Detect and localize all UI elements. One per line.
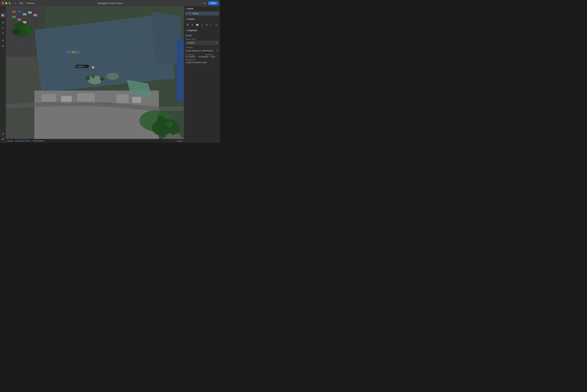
svg-text:Google: Google bbox=[66, 50, 80, 54]
powered-by-label: Powered by: bbox=[186, 59, 218, 61]
actions-chevron-icon: ▾ bbox=[186, 18, 186, 20]
svg-rect-47 bbox=[132, 97, 141, 103]
close-button[interactable] bbox=[2, 2, 4, 4]
location-label: Location bbox=[186, 46, 218, 48]
bottom-settings-button[interactable]: ⚙ bbox=[1, 137, 5, 142]
anchor-type-select-wrapper: Location Terrain Rooftop bbox=[186, 41, 218, 45]
actions-section: ▾ Actions 🗑 ⧉ 📁 △ ⊟ ⬭ ⊡ bbox=[184, 16, 220, 28]
svg-rect-16 bbox=[34, 14, 37, 16]
data-source-link[interactable]: Data Source Terms bbox=[15, 140, 30, 142]
titlebar-menu: ⌂ Edit Preview bbox=[13, 2, 35, 5]
link-button[interactable]: ⇄ bbox=[1, 38, 5, 43]
main-content: + ▶ ✥ ↻ ⊡ ⇄ ⊞ ⊟ ⚙ bbox=[0, 6, 220, 143]
anchor-scene-item[interactable]: 📍 Anchor bbox=[185, 12, 219, 16]
location-value: Google Building 40, 1600 Amphitheatre P.… bbox=[186, 50, 215, 52]
move-button[interactable]: ✥ bbox=[1, 20, 5, 25]
viewport-bottom-bar: Google · Data Source Terms + Privacy Pol… bbox=[6, 139, 184, 143]
privacy-link[interactable]: Privacy Policy bbox=[33, 140, 44, 142]
separator-1 bbox=[1, 19, 5, 19]
svg-rect-10 bbox=[18, 10, 21, 13]
rotate-button[interactable]: ↻ bbox=[1, 26, 5, 30]
actions-section-header[interactable]: ▾ Actions bbox=[184, 16, 220, 22]
duplicate-action-button[interactable]: ⧉ bbox=[190, 22, 194, 27]
actions-toolbar: 🗑 ⧉ 📁 △ ⊟ ⬭ ⊡ bbox=[184, 22, 220, 28]
preview-menu[interactable]: Preview bbox=[25, 2, 35, 5]
properties-content: Anchor Anchor Type Location Terrain Roof… bbox=[184, 33, 220, 65]
delete-action-button[interactable]: 🗑 bbox=[186, 22, 190, 27]
undo-button[interactable]: ↩ bbox=[203, 1, 207, 6]
location-row: Google Building 40, 1600 Amphitheatre P.… bbox=[186, 49, 218, 52]
coordinates-col-header: Coordinates bbox=[186, 54, 205, 56]
layers-button[interactable]: ⊟ bbox=[1, 132, 5, 136]
svg-point-54 bbox=[86, 76, 90, 80]
properties-section-header[interactable]: ▾ Properties bbox=[184, 28, 220, 33]
scene-section-header[interactable]: ▾ Scene bbox=[184, 6, 220, 11]
more-action-button[interactable]: ⊡ bbox=[214, 22, 218, 27]
person-action-button[interactable]: △ bbox=[200, 22, 204, 27]
anchor-scene-label: Anchor bbox=[192, 12, 199, 15]
svg-point-60 bbox=[166, 121, 173, 128]
svg-rect-13 bbox=[18, 18, 21, 21]
powered-by-name: Google Geospatial Creator bbox=[186, 62, 218, 63]
viewport[interactable]: Google X: 10,0 m bbox=[6, 6, 184, 143]
anchor-properties-link[interactable]: Anchor bbox=[186, 34, 218, 36]
svg-rect-15 bbox=[28, 12, 32, 14]
altitude-value: -26,34 bbox=[210, 56, 218, 58]
svg-point-21 bbox=[27, 28, 35, 34]
share-button[interactable]: Share bbox=[208, 1, 218, 5]
coordinates-section: Coordinates Altitude (m) 37,42192472° -1… bbox=[186, 54, 218, 58]
svg-rect-12 bbox=[12, 16, 16, 18]
left-toolbar: + ▶ ✥ ↻ ⊡ ⇄ ⊞ ⊟ ⚙ bbox=[0, 6, 6, 143]
main-window: ⌂ Edit Preview Geospatial Creator Projec… bbox=[0, 0, 220, 143]
minimize-button[interactable] bbox=[5, 2, 7, 4]
longitude-value: -122,0835509° bbox=[198, 56, 210, 58]
anchor-location-icon: 📍 bbox=[189, 12, 191, 15]
altitude-col-header: Altitude (m) bbox=[205, 54, 218, 56]
separator-3 bbox=[1, 49, 5, 50]
scale-button[interactable]: ⊡ bbox=[1, 31, 5, 36]
svg-text:X: 10,0 m: X: 10,0 m bbox=[76, 66, 84, 68]
svg-rect-46 bbox=[116, 94, 129, 103]
aerial-svg: Google X: 10,0 m bbox=[6, 6, 184, 143]
coordinates-values-row: 37,42192472° -122,0835509° -26,34 bbox=[186, 56, 218, 58]
resize-action-button[interactable]: ⊟ bbox=[205, 22, 209, 27]
shape-action-button[interactable]: ⬭ bbox=[209, 22, 214, 27]
titlebar: ⌂ Edit Preview Geospatial Creator Projec… bbox=[0, 0, 220, 6]
svg-point-53 bbox=[106, 73, 119, 80]
svg-point-52 bbox=[88, 75, 102, 84]
edit-menu[interactable]: Edit bbox=[18, 2, 24, 5]
titlebar-right: ↩ Share bbox=[203, 1, 218, 6]
add-button[interactable]: + bbox=[1, 8, 5, 12]
svg-point-72 bbox=[93, 67, 94, 68]
anchor-type-label: Anchor Type bbox=[186, 38, 218, 40]
latitude-value: 37,42192472° bbox=[186, 56, 197, 58]
coordinates-header-row: Coordinates Altitude (m) bbox=[186, 54, 218, 56]
properties-section: ▾ Properties Anchor Anchor Type Location… bbox=[184, 28, 220, 65]
traffic-lights bbox=[2, 2, 11, 4]
properties-section-label: Properties bbox=[187, 29, 197, 32]
svg-point-59 bbox=[157, 115, 164, 122]
google-label: Google · bbox=[7, 140, 14, 142]
google-right-label: Google bbox=[177, 140, 182, 142]
svg-rect-40 bbox=[177, 39, 184, 101]
properties-chevron-icon: ▾ bbox=[186, 30, 186, 32]
home-icon[interactable]: ⌂ bbox=[13, 2, 18, 4]
maximize-button[interactable] bbox=[9, 2, 11, 4]
location-edit-button[interactable]: ✎ bbox=[216, 49, 218, 52]
arrange-button[interactable]: ⊞ bbox=[1, 44, 5, 48]
actions-section-label: Actions bbox=[187, 18, 195, 20]
separator-text: + bbox=[31, 140, 32, 142]
scene-section: ▾ Scene 📍 Anchor bbox=[184, 6, 220, 16]
select-button[interactable]: ▶ bbox=[1, 13, 5, 18]
svg-rect-42 bbox=[42, 94, 56, 103]
right-panel: ▾ Scene 📍 Anchor ▾ Actions 🗑 ⧉ 📁 bbox=[184, 6, 220, 143]
aerial-scene: Google X: 10,0 m bbox=[6, 6, 184, 143]
svg-rect-11 bbox=[23, 13, 27, 15]
folder-action-button[interactable]: 📁 bbox=[195, 22, 199, 27]
svg-point-55 bbox=[91, 74, 95, 78]
scene-chevron-icon: ▾ bbox=[186, 8, 186, 10]
window-title: Geospatial Creator Project bbox=[97, 2, 123, 4]
scene-section-label: Scene bbox=[187, 8, 193, 10]
anchor-type-select[interactable]: Location Terrain Rooftop bbox=[186, 41, 218, 45]
svg-point-56 bbox=[100, 77, 104, 81]
